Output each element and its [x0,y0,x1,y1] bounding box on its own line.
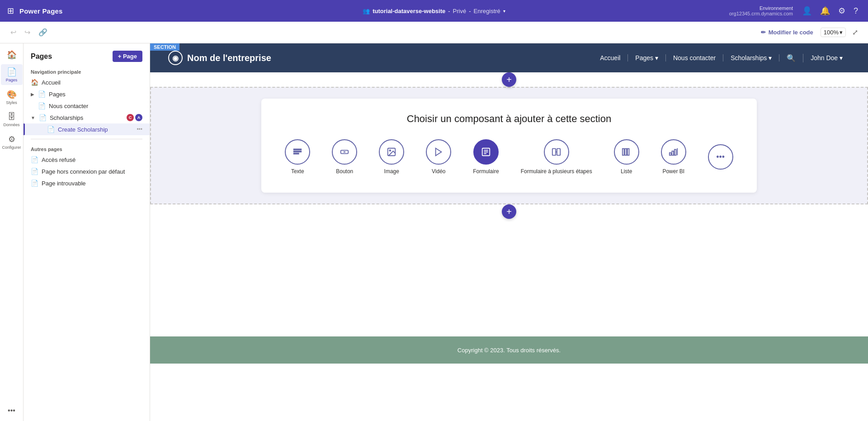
image-label: Image [384,168,399,175]
website-nav-scholarships[interactable]: Scholarships ▾ [723,54,779,61]
formulaire-label: Formulaire [473,168,499,175]
rail-configure[interactable]: ⚙ Configurer [1,132,23,152]
rail-more[interactable]: ••• [5,404,18,417]
site-name: tutorial-dataverse-website [373,8,445,14]
image-icon [379,139,404,165]
component-image[interactable]: Image [373,136,410,178]
component-texte[interactable]: Texte [279,136,316,178]
sidebar-item-scholarships[interactable]: ▼ 📄 Scholarships C A [24,112,150,123]
zoom-level: 100% [824,29,839,36]
website-nav-user[interactable]: John Doe ▾ [803,54,850,61]
rail-styles-label: Styles [6,100,17,105]
video-icon [426,139,451,165]
contact-icon: 📄 [38,102,45,109]
component-bouton[interactable]: Bouton [326,136,363,178]
component-formulaire-etapes[interactable]: Formulaire à plusieurs étapes [515,136,598,178]
redo-button[interactable]: ↪ [21,26,33,39]
component-more[interactable]: ••• [703,141,739,173]
svg-rect-16 [625,149,627,156]
svg-rect-21 [677,148,678,156]
acces-refuse-icon: 📄 [31,156,38,163]
bell-icon-btn[interactable]: 🔔 [817,4,833,18]
styles-icon: 🎨 [7,90,17,99]
content-section: Choisir un composant à ajouter à cette s… [150,87,868,204]
rail-data-label: Données [3,123,19,127]
top-bar-right: Environnement org12345.crm.dynamics.com … [729,4,861,18]
rail-home[interactable]: 🏠 [1,47,23,62]
canvas-area: ◉ Nom de l'entreprise Accueil Pages ▾ No… [150,43,868,421]
scholarships-label: Scholarships [50,114,123,121]
svg-rect-13 [557,149,560,156]
rail-data[interactable]: 🗄 Données [1,109,23,130]
sidebar-item-page-hors-connexion[interactable]: 📄 Page hors connexion par défaut [24,166,150,177]
create-scholarship-label: Create Scholarship [58,126,133,133]
component-liste[interactable]: Liste [609,136,645,178]
sidebar-item-accueil[interactable]: 🏠 Accueil [24,76,150,88]
rail-pages[interactable]: 📄 Pages [1,64,23,85]
expand-button[interactable]: ⤢ [849,26,861,38]
texte-icon [285,139,310,165]
page-introuvable-icon: 📄 [31,180,38,187]
zoom-control[interactable]: 100% ▾ [821,28,846,37]
website-search-icon[interactable]: 🔍 [779,54,803,62]
component-formulaire[interactable]: Formulaire [467,136,504,178]
brand-name: Nom de l'entreprise [187,53,271,63]
scholarships-badges: C A [127,114,142,121]
add-section-bottom-button[interactable]: + [502,204,516,219]
sidebar-item-acces-refuse[interactable]: 📄 Accès refusé [24,154,150,166]
settings-icon-btn[interactable]: ⚙ [835,4,848,18]
website-nav-contact[interactable]: Nous contacter [666,54,723,61]
sidebar-item-page-introuvable[interactable]: 📄 Page introuvable [24,177,150,189]
more-icon: ••• [708,144,733,170]
grid-icon[interactable]: ⊞ [7,6,14,16]
contact-label: Nous contacter [49,103,142,109]
toolbar-right: ✏ Modifier le code 100% ▾ ⤢ [757,26,861,38]
create-scholarship-more-icon[interactable]: ••• [137,126,142,132]
component-powerbi[interactable]: Power BI [656,136,692,178]
sidebar-item-pages[interactable]: ▶ 📄 Pages [24,88,150,100]
main-area: 🏠 📄 Pages 🎨 Styles 🗄 Données ⚙ Configure… [0,43,868,421]
sidebar-item-create-scholarship[interactable]: 📄 Create Scholarship ••• [24,123,150,135]
svg-marker-4 [344,151,346,153]
formulaire-icon [473,139,499,165]
website-footer: Copyright © 2023. Tous droits réservés. [150,336,868,364]
site-chevron[interactable]: ▾ [503,9,505,14]
undo-button[interactable]: ↩ [7,26,19,39]
bottom-section [150,219,868,336]
help-icon-btn[interactable]: ? [851,5,861,18]
website-nav-links: Accueil Pages ▾ Nous contacter Scholarsh… [593,54,850,62]
website-nav-pages[interactable]: Pages ▾ [628,54,666,61]
sidebar-item-contact[interactable]: 📄 Nous contacter [24,100,150,112]
sidebar-title: Pages [31,52,52,61]
accueil-label: Accueil [42,79,142,86]
rail-styles[interactable]: 🎨 Styles [1,87,23,108]
badge-blue: A [135,114,142,121]
add-section-top: + [150,72,868,87]
component-video[interactable]: Vidéo [420,136,457,178]
liste-icon [614,139,639,165]
add-page-button[interactable]: + Page [113,51,142,62]
nav-divider [31,139,142,139]
environment-block: Environnement org12345.crm.dynamics.com [729,5,793,16]
powerbi-label: Power BI [662,168,684,175]
modify-code-button[interactable]: ✏ Modifier le code [757,27,817,38]
add-section-top-button[interactable]: + [502,72,516,87]
scholarships-chevron-icon: ▼ [31,115,35,120]
zoom-chevron: ▾ [840,29,843,36]
person-icon-btn[interactable]: 👤 [799,4,815,18]
sidebar-header: Pages + Page [24,49,150,66]
liste-label: Liste [621,168,632,175]
formulaire-etapes-label: Formulaire à plusieurs étapes [521,168,592,175]
pages-nav-icon: 📄 [38,90,45,98]
bouton-icon [332,139,357,165]
powerbi-icon [661,139,686,165]
svg-marker-7 [436,148,442,156]
rail-pages-label: Pages [6,78,18,82]
website-nav-accueil[interactable]: Accueil [593,54,628,61]
autres-pages-label: Autres pages [24,143,150,154]
link-button[interactable]: 🔗 [35,26,51,39]
rail-configure-label: Configurer [2,145,21,150]
svg-rect-2 [294,153,299,154]
nav-rail: 🏠 📄 Pages 🎨 Styles 🗄 Données ⚙ Configure… [0,43,24,421]
sidebar: Pages + Page Navigation principale 🏠 Acc… [24,43,150,421]
